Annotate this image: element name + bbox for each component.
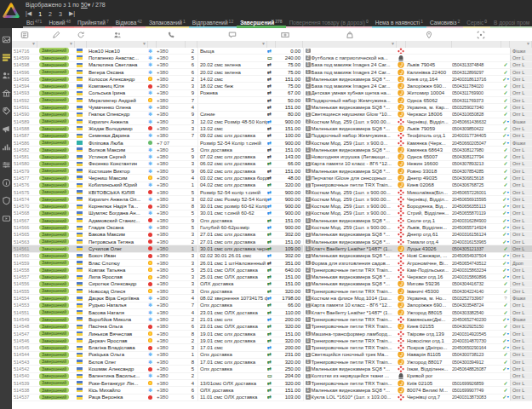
customer-cell[interactable]: Шумляс Богдана Ан... [87, 210, 148, 216]
customer-cell[interactable]: Кобилинський Юрий [87, 182, 148, 188]
filter-cell-14[interactable] [501, 41, 510, 48]
phone-cell[interactable]: +380 [157, 309, 186, 315]
city-cell[interactable]: Черкаси отд.16 [406, 274, 452, 280]
tab-Самовивіз[interactable]: Самовивіз2 [426, 17, 463, 28]
phone-cell[interactable]: +380 [157, 210, 186, 216]
sidebar-item-shield[interactable] [2, 193, 11, 203]
customer-cell[interactable]: Волков Максим [87, 147, 148, 153]
order-row[interactable]: 514599ЗавершенийПотапенко Анастас...✻+38… [12, 55, 532, 61]
comment-cell[interactable]: Выща [197, 48, 267, 54]
customer-cell[interactable]: Сольська Ірина [87, 90, 148, 96]
order-row[interactable]: 514559ЗавершенийВлас Слотюу+380326.01 см… [12, 260, 532, 267]
filter-cell-8[interactable] [267, 41, 276, 48]
comment-cell[interactable]: 26.01 смс 1 штНаложенный п... [197, 260, 267, 266]
order-row[interactable]: 514566ЗавершенийГладик Оксана✻+3805Голуб… [12, 224, 532, 231]
customer-cell[interactable]: Малютина Светлана [87, 62, 148, 68]
order-id-cell[interactable]: 514582 [12, 147, 37, 153]
order-row[interactable]: 514549ЗавершенийВоробйов Микола✻+380221.… [12, 316, 532, 323]
city-cell[interactable]: 80074 Великі М... [406, 387, 452, 393]
order-row[interactable]: 514557ЗавершенийЛила Ярослав+380325.01 с… [12, 274, 532, 281]
city-cell[interactable]: Покров (Дніпро... [406, 344, 452, 350]
order-id-cell[interactable]: 514554 [12, 295, 37, 301]
city-cell[interactable]: Бородянка, Від... [406, 204, 452, 210]
phone-cell[interactable]: +380 [157, 267, 186, 273]
filter-cell-3[interactable]: ▼ [87, 41, 148, 48]
comment-cell[interactable]: Олх доставка [197, 352, 267, 358]
tab-Новий[interactable]: Новий48 [45, 17, 74, 28]
header-cell-clients[interactable] [87, 28, 148, 41]
comment-cell[interactable]: Синие [197, 112, 267, 118]
customer-cell[interactable]: Новосад Олеся [87, 288, 148, 294]
order-row[interactable]: 514543ЗавершенийБєлов Олег✻+380817.01 см… [12, 359, 532, 366]
order-id-cell[interactable]: 514560 [12, 253, 37, 259]
tab-Прийнятий[interactable]: Прийнятий7 [74, 17, 112, 28]
tracking-cell[interactable]: 0504311784020 [452, 83, 501, 89]
product-cell[interactable]: 1Маленькая видеокамера SQ8 *... [303, 239, 397, 245]
city-cell[interactable] [406, 55, 452, 60]
customer-cell[interactable]: Лила Ярослав [87, 274, 148, 280]
order-id-cell[interactable]: 514537 [12, 395, 37, 400]
header-cell-comment[interactable] [197, 28, 267, 41]
product-cell[interactable]: 2Костюм Мод. 259 (1шт. х 900.00... [303, 196, 397, 202]
product-cell[interactable]: 1Тренировочные петли TRX Train... [303, 380, 397, 386]
city-cell[interactable]: Одеса 65007 [406, 153, 452, 159]
tracking-cell[interactable]: 20400317734405 [452, 133, 501, 139]
sidebar-item-orders[interactable] [2, 50, 11, 60]
phone-cell[interactable]: +380 [157, 118, 186, 124]
customer-cell[interactable]: Валентина Васильє... [87, 373, 148, 379]
tracking-cell[interactable]: 0504306815618 [452, 175, 501, 181]
sidebar-item-tune[interactable] [2, 158, 11, 167]
product-cell[interactable]: 1Подарочный набор Жемчужина... [303, 97, 397, 103]
order-row[interactable]: 514556ЗавершенийСиротюк Олександр+3803ОЛ… [12, 281, 532, 288]
product-cell[interactable]: 2Костюм Мод. 259 (1шт. х 900.00... [303, 118, 397, 124]
phone-cell[interactable]: +380 [157, 337, 186, 343]
order-id-cell[interactable]: 514591 [12, 104, 37, 110]
order-id-cell[interactable]: 514589 [12, 118, 37, 124]
comment-cell[interactable]: 27.01 смс олх доставка [197, 232, 267, 238]
phone-cell[interactable]: +380 [157, 295, 186, 301]
tracking-cell[interactable]: 0504307893213 [452, 161, 501, 167]
city-cell[interactable]: Камянське(Дні... [406, 316, 452, 322]
order-id-cell[interactable]: 514543 [12, 359, 37, 365]
order-id-cell[interactable]: 514563 [12, 239, 37, 245]
city-cell[interactable]: Теофіполь отд.1 [406, 133, 452, 139]
sidebar-item-megaphone[interactable] [2, 122, 11, 131]
customer-cell[interactable]: Рокіцька Ольга [87, 352, 148, 358]
phone-cell[interactable]: +380 [157, 175, 186, 181]
city-cell[interactable]: Ужгород 88017 [406, 359, 452, 365]
customer-cell[interactable]: Колосок Александр [87, 76, 148, 82]
order-row[interactable]: 514593ЗавершенийСольська Ірина✻+3809Роже… [12, 90, 532, 97]
phone-cell[interactable]: +380 [157, 260, 186, 266]
customer-cell[interactable]: Бокоч Иван [87, 253, 148, 259]
tab-Завершений[interactable]: Завершений278 [237, 17, 285, 28]
order-id-cell[interactable]: 514590 [12, 112, 37, 118]
comment-cell[interactable]: 03.02 смс олх доставка бордо [197, 175, 267, 181]
city-cell[interactable]: Калинівка 22400 [406, 69, 452, 75]
city-cell[interactable]: Львів, Відділен... [406, 224, 452, 230]
filter-cell-6[interactable] [186, 41, 197, 48]
product-cell[interactable]: 1Маленькая видеокамера SQ8 *... [303, 366, 397, 372]
product-cell[interactable]: 2Футболка с патриотической на... [303, 55, 397, 60]
comment-cell[interactable] [197, 55, 267, 60]
order-id-cell[interactable]: 514559 [12, 260, 37, 266]
phone-cell[interactable]: +380 [157, 380, 186, 386]
tracking-cell[interactable]: 20400314870730 [452, 337, 501, 343]
city-cell[interactable]: Агрономічне, Ві... [406, 260, 452, 266]
phone-cell[interactable]: +380 [157, 387, 186, 393]
comment-cell[interactable]: 06.02 смс олх доставка [197, 161, 267, 167]
order-row[interactable]: 514595ЗавершенийКолосок Александр+380214… [12, 76, 532, 83]
order-row[interactable]: 514581ЗавершенийУстинов Сергей✻+380907.0… [12, 153, 532, 160]
phone-cell[interactable]: +380 [157, 253, 186, 259]
tracking-cell[interactable]: 20400315863234 [452, 267, 501, 273]
city-cell[interactable]: Нежин 16600 [406, 161, 452, 167]
product-cell[interactable]: 1Маленькая видеокамера SQ8 *... [303, 76, 397, 82]
comment-cell[interactable]: 17.01 смс олх доставка [197, 359, 267, 365]
tracking-cell[interactable]: 0504303382540 [452, 309, 501, 315]
city-cell[interactable]: Камянка (Черк... [406, 140, 452, 146]
tab-Повернення товару (в дорозі)[interactable]: Повернення товару (в дорозі)0 [286, 17, 372, 28]
city-cell[interactable] [406, 48, 452, 54]
comment-cell[interactable]: 19.01 смс олх доставка [197, 331, 267, 337]
comment-cell[interactable]: 12.02 смс Розмір 48-50 Колір ... [197, 118, 267, 124]
phone-cell[interactable]: +380 [157, 97, 186, 103]
comment-cell[interactable]: 19.01 смс олх доставка [197, 337, 267, 343]
